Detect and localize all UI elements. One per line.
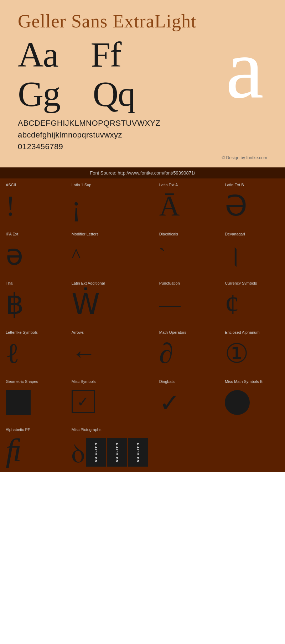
large-glyph-a: a	[135, 28, 267, 109]
label-currency: Currency Symbols	[225, 281, 257, 285]
dark-section: Font Source: http://www.fontke.com/font/…	[0, 167, 285, 472]
checkbox-glyph: ✓	[72, 390, 95, 413]
label-devanagari: Devanagari	[225, 232, 245, 236]
glyph-latinextadd: Ẇ	[72, 288, 100, 320]
glyph-arrows: ←	[72, 337, 97, 369]
no-glyph-label-2: NO GLYPH	[115, 443, 119, 462]
glyph-cell-punctuation: Punctuation —	[154, 277, 219, 326]
label-ascii: ASCII	[6, 183, 16, 187]
glyph-cell-latinextb: Latin Ext B Ə	[219, 178, 285, 228]
no-glyph-label-1: NO GLYPH	[94, 443, 98, 462]
glyph-cell-diacriticals: Diacriticals `	[154, 228, 219, 277]
glyph-ascii: !	[6, 190, 15, 222]
glyph-cell-mathops: Math Operators ∂	[154, 326, 219, 375]
glyph-mathops: ∂	[159, 337, 173, 369]
alphabet-upper: ABCDEFGHIJKLMNOPQRSTUVWXYZ	[18, 117, 267, 129]
no-glyph-group: NO GLYPH NO GLYPH NO GLYPH	[86, 436, 148, 467]
glyph-diacriticals: `	[159, 239, 166, 271]
glyph-cell-geoshapes: Geometric Shapes	[0, 375, 66, 423]
glyph-enclosed: ①	[225, 337, 249, 369]
glyph-devanagari: ।	[225, 239, 243, 271]
glyph-cell-ascii: ASCII !	[0, 178, 66, 228]
label-enclosed: Enclosed Alphanum	[225, 330, 259, 334]
glyph-modletters: ^	[72, 239, 81, 271]
glyph-cell-latinexta: Latin Ext A Ā	[154, 178, 219, 228]
glyph-cell-thai: Thai ฿	[0, 277, 66, 326]
label-diacriticals: Diacriticals	[159, 232, 178, 236]
glyph-cell-latinextadd: Latin Ext Additional Ẇ	[66, 277, 154, 326]
glyph-cell-modletters: Modifier Letters ^	[66, 228, 154, 277]
glyph-alphabeticpf: ﬁ	[6, 435, 22, 467]
label-mathops: Math Operators	[159, 330, 186, 334]
label-miscsymbols: Misc Symbols	[72, 379, 96, 384]
label-geoshapes: Geometric Shapes	[6, 379, 38, 384]
glyph-misc1: ꝺ	[72, 440, 85, 467]
label-thai: Thai	[6, 281, 13, 285]
glyph-cell-letterlike: Letterlike Symbols ℓ	[0, 326, 66, 375]
label-punctuation: Punctuation	[159, 281, 180, 285]
header-section: Geller Sans ExtraLight Aa Ff Gg Qq a ABC…	[0, 0, 285, 167]
glyph-cell-miscsymbols: Misc Symbols ✓	[66, 375, 154, 423]
label-letterlike: Letterlike Symbols	[6, 330, 38, 334]
label-modletters: Modifier Letters	[72, 232, 99, 236]
black-circle-glyph	[225, 390, 250, 415]
black-square-glyph	[6, 390, 31, 415]
label-alphabeticpf: Alphabetic PF	[6, 427, 30, 432]
glyph-cell-enclosed: Enclosed Alphanum ①	[219, 326, 285, 375]
glyph-cell-latin1sup: Latin 1 Sup ¡	[66, 178, 154, 228]
glyph-grid: ASCII ! Latin 1 Sup ¡ Latin Ext A Ā Lati…	[0, 178, 285, 472]
misc-pictographs-glyphs: ꝺ NO GLYPH NO GLYPH NO GLYPH	[72, 435, 148, 467]
glyph-cell-devanagari: Devanagari ।	[219, 228, 285, 277]
glyph-cell-arrows: Arrows ←	[66, 326, 154, 375]
label-miscpictographs: Misc Pictographs	[72, 427, 102, 432]
glyph-pair-af: Aa Ff	[18, 35, 135, 74]
label-latinextb: Latin Ext B	[225, 183, 244, 187]
alphabet-rows: ABCDEFGHIJKLMNOPQRSTUVWXYZ abcdefghijklm…	[18, 117, 267, 152]
checkmark-inner: ✓	[77, 394, 89, 410]
glyph-pairs-left: Aa Ff Gg Qq	[18, 35, 135, 114]
digits: 0123456789	[18, 141, 267, 152]
glyph-currency: ¢	[225, 288, 239, 320]
label-dingbats: Dingbats	[159, 379, 175, 384]
credit-line: © Design by fontke.com	[18, 155, 267, 160]
label-latin1sup: Latin 1 Sup	[72, 183, 92, 187]
label-latinextadd: Latin Ext Additional	[72, 281, 105, 285]
glyph-cell-currency: Currency Symbols ¢	[219, 277, 285, 326]
glyph-dingbats: ✓	[159, 388, 180, 417]
no-glyph-2: NO GLYPH	[107, 438, 127, 467]
glyph-thai: ฿	[6, 288, 24, 320]
no-glyph-label-3: NO GLYPH	[136, 443, 140, 462]
label-arrows: Arrows	[72, 330, 84, 334]
glyph-cell-dingbats: Dingbats ✓	[154, 375, 219, 423]
glyph-ipaext: ə	[6, 239, 23, 271]
source-bar: Font Source: http://www.fontke.com/font/…	[0, 167, 285, 178]
glyph-letterlike: ℓ	[6, 337, 19, 369]
glyph-cell-alphabeticpf: Alphabetic PF ﬁ	[0, 423, 66, 472]
label-ipaext: IPA Ext	[6, 232, 18, 236]
no-glyph-1: NO GLYPH	[86, 438, 106, 467]
label-miscmath: Misc Math Symbols B	[225, 379, 263, 384]
glyph-cell-miscmath: Misc Math Symbols B	[219, 375, 285, 423]
glyph-cell-miscpictographs: Misc Pictographs ꝺ NO GLYPH NO GLYPH NO …	[66, 423, 154, 472]
alphabet-lower: abcdefghijklmnopqrstuvwxyz	[18, 129, 267, 141]
glyph-cell-ipaext: IPA Ext ə	[0, 228, 66, 277]
no-glyph-3: NO GLYPH	[128, 438, 148, 467]
glyph-latinexta: Ā	[159, 190, 180, 222]
glyph-punctuation: —	[159, 288, 181, 320]
glyph-pair-gq: Gg Qq	[18, 74, 135, 114]
glyph-latinextb: Ə	[225, 190, 247, 222]
glyph-latin1sup: ¡	[72, 190, 81, 222]
label-latinexta: Latin Ext A	[159, 183, 178, 187]
glyph-preview: Aa Ff Gg Qq a	[18, 35, 267, 114]
